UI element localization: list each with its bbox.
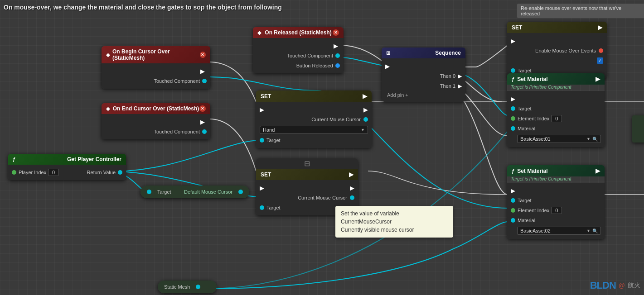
element-index-val-sm1[interactable]: 0 bbox=[551, 115, 562, 122]
cursor-pin-right[interactable] bbox=[363, 117, 368, 122]
node-body-sm2: ▶ Target Element Index 0 Material BasicA… bbox=[507, 183, 605, 239]
add-pin-label: Add pin + bbox=[387, 92, 408, 98]
node-title-sm2: Set Material bbox=[517, 168, 547, 174]
cursor-dropdown[interactable]: Hand ▼ bbox=[260, 126, 368, 134]
node-header-sm1: ƒ Set Material ▶ bbox=[507, 73, 605, 85]
material-asset-row-sm2: BasicAsset02 ▼ 🔍 bbox=[507, 225, 605, 236]
then1-row: Then 1 ▶ bbox=[382, 81, 465, 91]
top-note: Re-enable mouse over events now that we'… bbox=[517, 4, 644, 18]
close-button-3[interactable]: ✕ bbox=[333, 29, 339, 36]
close-button-2[interactable]: ✕ bbox=[199, 105, 206, 112]
enable-mouse-pin[interactable] bbox=[599, 48, 603, 53]
current-cursor-label-2: Current Mouse Cursor bbox=[298, 195, 347, 200]
cursor-pin-right-2[interactable] bbox=[350, 195, 354, 200]
material-asset-dropdown-sm1[interactable]: BasicAsset01 ▼ 🔍 bbox=[517, 135, 601, 143]
static-mesh-pin[interactable] bbox=[196, 285, 200, 289]
node-body: ▶ Touched Component bbox=[102, 63, 210, 89]
material-val-sm1: BasicAsset01 bbox=[520, 136, 551, 142]
player-index-row: Player Index 0 Return Value bbox=[8, 167, 126, 177]
get-player-controller-node: ƒ Get Player Controller Player Index 0 R… bbox=[8, 154, 126, 180]
node-body-sequence: ▶ Then 0 ▶ Then 1 ▶ Add pin + bbox=[382, 58, 465, 102]
enable-checkbox[interactable]: ✓ bbox=[597, 57, 603, 64]
element-index-label-sm2: Element Index bbox=[518, 208, 549, 213]
target-pin-setmouse[interactable] bbox=[511, 68, 515, 73]
node-header-released: ◆ On Released (StaticMesh) ✕ bbox=[253, 27, 344, 38]
top-comment: On mouse-over, we change the material an… bbox=[4, 4, 282, 11]
default-cursor-label: Default Mouse Cursor bbox=[184, 189, 232, 195]
tooltip-line1: Set the value of variable CurrentMouseCu… bbox=[341, 209, 448, 226]
target-row-sm1: Target bbox=[507, 104, 605, 114]
touched-pin-2[interactable] bbox=[202, 129, 207, 134]
add-pin-button[interactable]: Add pin + bbox=[382, 91, 465, 99]
function-icon: ƒ bbox=[13, 157, 15, 162]
set-material-2-node: ƒ Set Material ▶ Target is Primitive Com… bbox=[507, 165, 605, 239]
node-title-2: On End Cursor Over (StaticMesh) bbox=[113, 105, 199, 112]
node-header-set1: SET ▶ bbox=[256, 90, 372, 102]
target-label-set2: Target bbox=[266, 205, 281, 210]
enable-mouse-row: Enable Mouse Over Events bbox=[507, 46, 607, 56]
function-icon-sm1: ƒ bbox=[512, 76, 514, 82]
exec-in-row: ▶ bbox=[382, 61, 465, 71]
node-title-gpc: Get Player Controller bbox=[67, 156, 121, 162]
target-pin-set1[interactable] bbox=[260, 138, 264, 143]
material-label-sm2: Material bbox=[518, 218, 535, 223]
watermark-cn: 航火 bbox=[628, 281, 640, 290]
material-label-sm1: Material bbox=[518, 126, 535, 131]
dropdown-row: Hand ▼ bbox=[256, 124, 372, 135]
material-pin-sm1[interactable] bbox=[511, 126, 515, 131]
target-row-sm2: Target bbox=[507, 195, 605, 205]
player-index-value[interactable]: 0 bbox=[48, 169, 59, 176]
set-enable-mouse-over-node: SET ▶ ▶ Enable Mouse Over Events ✓ Targe… bbox=[507, 22, 607, 78]
exec-row-set1: ▶ ▶ bbox=[256, 105, 372, 114]
material-pin-sm2[interactable] bbox=[511, 218, 515, 223]
target-label: Target bbox=[157, 189, 171, 195]
button-released-pin[interactable] bbox=[335, 63, 340, 68]
element-index-val-sm2[interactable]: 0 bbox=[551, 207, 562, 214]
target-label-setmouse: Target bbox=[518, 68, 532, 73]
node-header-set2: SET ▶ bbox=[256, 169, 358, 180]
return-value-pin[interactable] bbox=[118, 170, 122, 175]
button-released-label: Button Released bbox=[296, 63, 333, 68]
current-cursor-row: Current Mouse Cursor bbox=[256, 114, 372, 124]
touched-pin[interactable] bbox=[202, 79, 207, 83]
dropdown-value: Hand bbox=[263, 127, 275, 133]
touched-component-row: Touched Component bbox=[102, 76, 210, 86]
node-body-setmouse: ▶ Enable Mouse Over Events ✓ Target bbox=[507, 33, 607, 78]
event-icon: ◆ bbox=[106, 52, 110, 58]
node-icon-indicator: ⊟ bbox=[304, 160, 310, 167]
material-asset-dropdown-sm2[interactable]: BasicAsset02 ▼ 🔍 bbox=[517, 227, 601, 235]
target-label-sm1: Target bbox=[518, 106, 532, 111]
material-row-sm1: Material bbox=[507, 124, 605, 133]
sm2-subtitle: Target is Primitive Component bbox=[507, 176, 605, 183]
on-begin-cursor-over-node: ◆ On Begin Cursor Over (StaticMesh) ✕ ▶ … bbox=[102, 46, 210, 89]
target-pin-left[interactable] bbox=[147, 190, 151, 194]
element-index-row-sm2: Element Index 0 bbox=[507, 205, 605, 215]
node-header-gpc: ƒ Get Player Controller bbox=[8, 154, 126, 165]
static-mesh-node: Static Mesh bbox=[158, 281, 217, 293]
watermark-text: BLDN bbox=[590, 280, 616, 291]
on-end-cursor-over-node: ◆ On End Cursor Over (StaticMesh) ✕ ▶ To… bbox=[102, 103, 210, 139]
close-button[interactable]: ✕ bbox=[200, 52, 206, 58]
element-index-pin-sm1[interactable] bbox=[511, 116, 515, 121]
exec-row-3: ▶ bbox=[253, 41, 344, 51]
node-title-3: On Released (StaticMesh) bbox=[265, 29, 331, 36]
exec-row-sm2: ▶ bbox=[507, 186, 605, 195]
node-header-sm2: ƒ Set Material ▶ bbox=[507, 165, 605, 176]
material-dropdown-arrow-sm2: ▼ bbox=[586, 228, 591, 233]
event-icon-3: ◆ bbox=[257, 30, 261, 36]
touched-pin-3[interactable] bbox=[335, 53, 340, 58]
player-index-pin[interactable] bbox=[12, 170, 16, 175]
current-cursor-row-2: Current Mouse Cursor bbox=[256, 193, 358, 203]
target-pin-right[interactable] bbox=[238, 190, 243, 194]
target-pin-set2[interactable] bbox=[260, 205, 264, 210]
target-pin-sm2[interactable] bbox=[511, 198, 515, 203]
set-mouse-cursor-1-node: SET ▶ ▶ ▶ Current Mouse Cursor Hand ▼ Ta… bbox=[256, 90, 372, 148]
dropdown-arrow: ▼ bbox=[361, 128, 365, 132]
exec-row-2: ▶ bbox=[102, 117, 210, 127]
element-index-label-sm1: Element Index bbox=[518, 116, 549, 121]
element-index-pin-sm2[interactable] bbox=[511, 208, 515, 213]
target-pin-sm1[interactable] bbox=[511, 106, 515, 111]
exec-row-set2: ▶ ▶ bbox=[256, 183, 358, 193]
touched-component-row-2: Touched Component bbox=[102, 127, 210, 137]
target-label-set1: Target bbox=[266, 138, 281, 143]
